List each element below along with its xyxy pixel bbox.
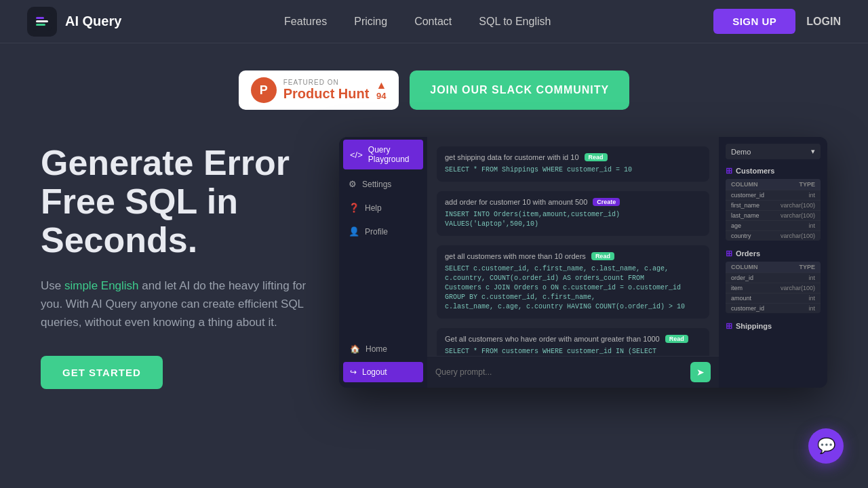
schema-table-name-customers: Customers [736, 167, 774, 175]
hero-section: P FEATURED ON Product Hunt ▲ 94 JOIN OUR… [0, 43, 868, 389]
schema-cols-orders: COLUMN TYPE order_idint itemvarchar(100)… [726, 262, 821, 313]
svg-rect-2 [36, 17, 44, 19]
query-sql-2: INSERT INTO Orders(item,amount,customer_… [445, 210, 701, 229]
schema-table-shippings: ⊞ Shippings [726, 321, 821, 331]
hero-left: Generate Error Free SQL in Seconds. Use … [41, 137, 326, 389]
query-header-2: add order for customer 10 with amount 50… [445, 198, 701, 206]
navbar-brand: AI Query [27, 7, 121, 37]
schema-demo-label: Demo [731, 148, 751, 156]
table-icon-orders: ⊞ [726, 249, 732, 258]
ph-score: ▲ 94 [376, 80, 387, 101]
schema-demo-select[interactable]: Demo ▾ [726, 144, 821, 159]
query-item-3: get all customers with more than 10 orde… [437, 245, 709, 319]
query-header-1: get shipping data for customer with id 1… [445, 153, 701, 161]
schema-table-header-orders: ⊞ Orders [726, 249, 821, 258]
app-main: get shipping data for customer with id 1… [427, 137, 719, 388]
login-button[interactable]: LOGIN [806, 16, 841, 28]
sidebar-item-profile[interactable]: 👤 Profile [339, 220, 427, 243]
sidebar-item-help[interactable]: ❓ Help [339, 196, 427, 220]
schema-col-age: ageint [726, 220, 821, 230]
sidebar-bottom: 🏠 Home ↪ Logout [339, 333, 427, 388]
schema-dropdown-icon: ▾ [811, 147, 815, 156]
query-playground-icon: </> [350, 150, 363, 160]
ph-featured-label: FEATURED ON [283, 79, 370, 86]
badges-row: P FEATURED ON Product Hunt ▲ 94 JOIN OUR… [239, 70, 630, 110]
product-hunt-icon: P [251, 77, 277, 103]
schema-col-last-name: last_namevarchar(100) [726, 210, 821, 220]
schema-col-country: countryvarchar(100) [726, 230, 821, 241]
get-started-button[interactable]: GET STARTED [41, 356, 163, 389]
query-item-4: Get all customers who have order with am… [437, 328, 709, 356]
tag-read-1: Read [585, 153, 608, 161]
query-text-1: get shipping data for customer with id 1… [445, 153, 579, 161]
logo-box [27, 7, 57, 37]
schema-table-header-customers: ⊞ Customers [726, 166, 821, 176]
nav-features[interactable]: Features [284, 16, 327, 28]
schema-col-header-orders: COLUMN TYPE [726, 262, 821, 272]
chat-bubble[interactable]: 💬 [808, 428, 844, 464]
hero-highlight: simple English [64, 279, 139, 292]
schema-table-header-shippings: ⊞ Shippings [726, 321, 821, 331]
hero-content: Generate Error Free SQL in Seconds. Use … [0, 137, 868, 389]
logout-icon: ↪ [350, 367, 357, 377]
query-sql-3: SELECT c.customer_id, c.first_name, c.la… [445, 264, 701, 312]
query-text-2: add order for customer 10 with amount 50… [445, 198, 587, 206]
schema-table-customers: ⊞ Customers COLUMN TYPE customer_idint f… [726, 166, 821, 241]
ph-title-label: Product Hunt [283, 86, 370, 102]
logout-label: Logout [362, 367, 387, 377]
col-header-type: TYPE [799, 181, 815, 188]
settings-icon: ⚙ [349, 179, 357, 189]
tag-create-2: Create [593, 198, 620, 206]
tag-read-4: Read [665, 335, 688, 343]
home-icon: 🏠 [350, 344, 360, 354]
nav-pricing[interactable]: Pricing [354, 16, 387, 28]
schema-col-amount: amountint [726, 293, 821, 303]
product-hunt-text: FEATURED ON Product Hunt [283, 79, 370, 102]
nav-sql-to-english[interactable]: SQL to English [479, 16, 551, 28]
app-screenshot: </> Query Playground ⚙ Settings ❓ Help 👤… [339, 137, 827, 388]
query-send-button[interactable]: ➤ [690, 362, 711, 382]
svg-rect-1 [36, 20, 48, 22]
home-label: Home [366, 344, 387, 354]
schema-col-first-name: first_namevarchar(100) [726, 200, 821, 210]
query-text-3: get all customers with more than 10 orde… [445, 252, 586, 260]
query-sql-4: SELECT * FROM customers WHERE customer_i… [445, 347, 701, 356]
hero-subtext: Use simple English and let AI do the hea… [41, 277, 326, 332]
query-item-2: add order for customer 10 with amount 50… [437, 191, 709, 236]
query-text-4: Get all customers who have order with am… [445, 335, 660, 343]
query-header-3: get all customers with more than 10 orde… [445, 252, 701, 260]
navbar-actions: SIGN UP LOGIN [713, 9, 841, 34]
sidebar-item-query-playground[interactable]: </> Query Playground [343, 140, 423, 169]
schema-table-orders: ⊞ Orders COLUMN TYPE order_idint itemvar… [726, 249, 821, 313]
schema-table-name-shippings: Shippings [736, 322, 772, 330]
app-sidebar: </> Query Playground ⚙ Settings ❓ Help 👤… [339, 137, 427, 388]
table-icon-customers: ⊞ [726, 166, 732, 176]
sidebar-home[interactable]: 🏠 Home [343, 339, 423, 359]
tag-read-3: Read [591, 252, 614, 260]
slack-badge[interactable]: JOIN OUR SLACK COMMUNITY [410, 70, 629, 110]
ph-arrow-icon: ▲ [376, 80, 387, 91]
sidebar-item-label-settings: Settings [362, 180, 391, 189]
sidebar-item-settings[interactable]: ⚙ Settings [339, 172, 427, 196]
query-prompt-bar: ➤ [427, 356, 719, 388]
schema-cols-customers: COLUMN TYPE customer_idint first_namevar… [726, 179, 821, 241]
ph-score-value: 94 [376, 91, 386, 101]
chat-bubble-icon: 💬 [817, 437, 835, 455]
sidebar-item-label-profile: Profile [365, 227, 388, 237]
hero-heading: Generate Error Free SQL in Seconds. [41, 144, 326, 260]
schema-col-orders-customer-id: customer_idint [726, 303, 821, 313]
signup-button[interactable]: SIGN UP [713, 9, 795, 34]
query-prompt-input[interactable] [435, 367, 685, 377]
app-schema: Demo ▾ ⊞ Customers COLUMN TYPE [719, 137, 827, 388]
product-hunt-badge[interactable]: P FEATURED ON Product Hunt ▲ 94 [239, 70, 399, 110]
sidebar-item-label-help: Help [365, 203, 382, 213]
table-icon-shippings: ⊞ [726, 321, 732, 331]
col-header-column: COLUMN [731, 181, 758, 188]
svg-rect-3 [36, 24, 45, 26]
help-icon: ❓ [349, 203, 359, 213]
query-sql-1: SELECT * FROM Shippings WHERE customer_i… [445, 165, 701, 175]
nav-contact[interactable]: Contact [414, 16, 452, 28]
brand-name: AI Query [65, 14, 121, 29]
query-item-1: get shipping data for customer with id 1… [437, 146, 709, 182]
sidebar-logout[interactable]: ↪ Logout [343, 362, 423, 382]
